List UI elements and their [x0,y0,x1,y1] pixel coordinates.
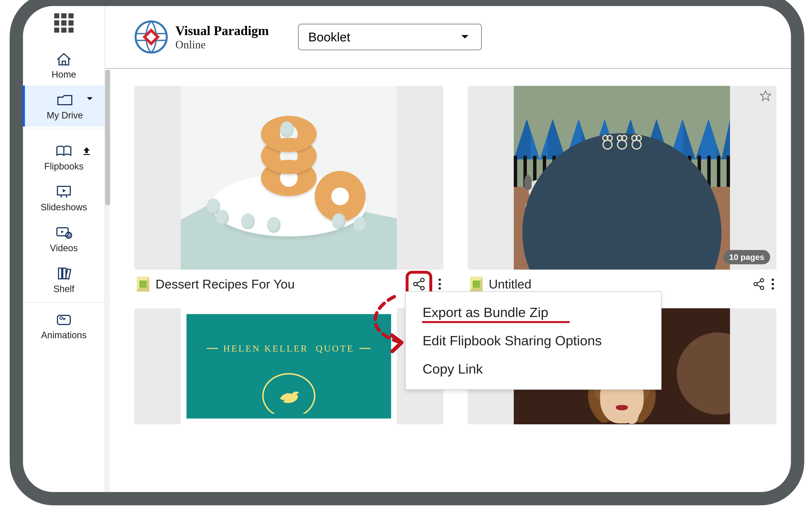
nav-separator-2 [23,302,105,303]
nav-animations-label: Animations [41,330,87,340]
svg-rect-3 [59,268,62,279]
apps-grid-button[interactable] [54,13,74,33]
cover-art [514,86,730,270]
cover-heading: HELEN KELLER QUOTE [223,343,354,354]
brand[interactable]: Visual Paradigm Online [134,20,269,54]
document-title[interactable]: Untitled [489,277,746,291]
document-thumbnail[interactable] [134,86,443,270]
book-open-icon [55,143,73,158]
nav-my-drive-label: My Drive [47,110,83,121]
upload-arrow-icon[interactable] [83,147,90,155]
file-type-icon [137,277,149,292]
svg-point-7 [60,317,62,320]
nav-slideshows-label: Slideshows [41,202,87,213]
svg-point-14 [754,282,757,286]
nav-slideshows[interactable]: Slideshows [23,178,105,218]
animation-icon [55,312,73,327]
svg-point-15 [760,279,764,282]
more-options-button[interactable] [438,278,441,290]
content-grid: Dessert Recipes For You [110,71,791,492]
favorite-star-button[interactable] [759,90,772,102]
shelf-icon [55,266,73,281]
scrollbar[interactable] [105,70,110,492]
video-icon [55,225,73,240]
share-icon[interactable] [752,278,765,291]
menu-item-edit-sharing[interactable]: Edit Flipbook Sharing Options [406,326,661,355]
nav-flipbooks-label: Flipbooks [44,161,84,172]
document-type-select[interactable]: Booklet [298,24,482,50]
svg-point-12 [420,278,424,282]
more-options-button[interactable] [772,278,774,290]
nav-home[interactable]: Home [23,45,105,86]
folder-icon [56,92,74,108]
share-icon [412,277,426,291]
dove-icon [262,373,315,419]
menu-item-copy-link[interactable]: Copy Link [406,355,661,383]
brand-name: Visual Paradigm [175,23,269,38]
document-card: 10 pages Untitled [468,86,777,299]
svg-rect-6 [57,315,70,325]
cover-art: HELEN KELLER QUOTE [181,308,397,424]
share-dropdown-menu: Export as Bundle Zip Edit Flipbook Shari… [405,291,662,390]
nav-shelf-label: Shelf [54,284,75,294]
svg-point-2 [66,232,71,238]
nav-animations[interactable]: Animations [23,305,105,346]
chevron-down-icon[interactable] [86,97,93,101]
nav-home-label: Home [52,69,76,80]
document-card: HELEN KELLER QUOTE [134,308,443,424]
device-frame: New Home My Drive [10,0,804,505]
slideshow-icon [55,184,73,199]
menu-item-export-bundle-zip[interactable]: Export as Bundle Zip [406,298,661,326]
sidebar: Home My Drive [23,6,105,492]
nav-separator [23,129,105,129]
document-card: Dessert Recipes For You [134,86,443,299]
svg-point-11 [414,282,417,286]
cover-art [181,86,397,270]
header: Visual Paradigm Online Booklet [105,6,791,69]
scrollbar-thumb[interactable] [105,70,110,205]
svg-point-13 [420,286,424,290]
document-thumbnail[interactable]: HELEN KELLER QUOTE [134,308,443,424]
pages-count-badge: 10 pages [723,250,770,264]
brand-text: Visual Paradigm Online [175,23,269,51]
document-title[interactable]: Dessert Recipes For You [155,277,399,291]
document-titlebar: Dessert Recipes For You [134,270,443,299]
nav-videos-label: Videos [50,243,78,253]
svg-point-16 [760,286,764,290]
nav-flipbooks[interactable]: Flipbooks [23,137,105,178]
brand-subtitle: Online [175,38,269,51]
home-icon [55,52,73,66]
document-thumbnail[interactable]: 10 pages [468,86,777,270]
file-type-icon [470,277,483,292]
nav-my-drive[interactable]: My Drive [23,86,105,126]
brand-logo-icon [134,20,168,54]
nav-shelf[interactable]: Shelf [23,259,105,300]
chevron-down-icon [461,35,469,39]
nav-videos[interactable]: Videos [23,218,105,259]
document-type-value: Booklet [309,30,350,44]
